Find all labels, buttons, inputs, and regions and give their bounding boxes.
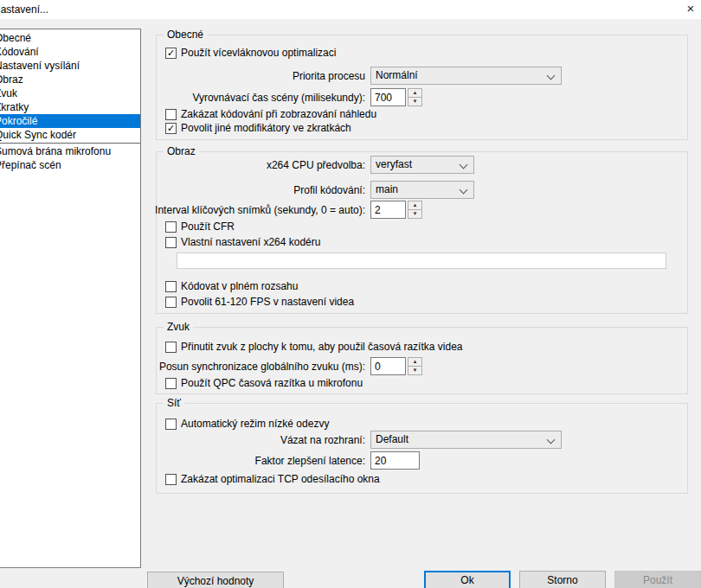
- group-zvuk-title: Zvuk: [164, 321, 193, 333]
- latency-factor-label: Faktor zlepšení latence:: [255, 455, 365, 467]
- spin-up-icon[interactable]: ▲: [408, 89, 421, 98]
- checkbox-disable-tcp-opt-label: Zakázat optimalizaci TCP odesílacího okn…: [181, 473, 380, 485]
- checkbox-force-desktop-timestamps-label: Přinutit zvuk z plochy k tomu, aby použi…: [181, 341, 462, 353]
- checkbox-cfr-label: Použít CFR: [181, 220, 235, 233]
- keyframe-interval-spinner[interactable]: ▲ ▼: [370, 201, 422, 219]
- titlebar: Nastavení...: [0, 0, 701, 19]
- scene-buffer-label: Vyrovnávací čas scény (milisekundy):: [192, 92, 365, 104]
- sidebar-item-prepinac-scen[interactable]: Přepínač scén: [0, 158, 140, 172]
- checkbox-multithread-label: Použít vícevláknovou optimalizaci: [181, 47, 336, 59]
- sidebar-item-obecne[interactable]: Obecné: [0, 31, 140, 45]
- checkbox-multithread-box[interactable]: ✓: [165, 48, 177, 59]
- priority-label: Priorita procesu: [293, 70, 365, 82]
- scene-buffer-input[interactable]: [370, 88, 406, 106]
- sidebar-item-obraz[interactable]: Obraz: [0, 73, 140, 86]
- group-obraz-title: Obraz: [164, 145, 199, 157]
- ok-button[interactable]: Ok: [424, 571, 511, 588]
- checkbox-multithread[interactable]: ✓ Použít vícevláknovou optimalizaci: [165, 47, 336, 59]
- sidebar-item-zvuk[interactable]: Zvuk: [0, 86, 140, 100]
- profile-dropdown[interactable]: main: [370, 181, 474, 199]
- checkbox-full-range-box[interactable]: [165, 281, 177, 292]
- checkbox-qpc-mic-label: Použít QPC časová razítka u mikrofonu: [181, 377, 363, 389]
- global-sync-label: Posun synchronizace globálního zvuku (ms…: [159, 361, 365, 373]
- cancel-button[interactable]: Storno: [519, 571, 606, 588]
- checkbox-qpc-mic-box[interactable]: [165, 378, 177, 389]
- profile-value: main: [376, 183, 398, 195]
- x264-preset-label: x264 CPU předvolba:: [267, 159, 365, 171]
- checkbox-allow-modifiers-label: Povolit jiné modifikátory ve zkratkách: [181, 122, 351, 134]
- apply-button[interactable]: Použít: [614, 571, 701, 588]
- spin-up-icon[interactable]: ▲: [408, 201, 421, 210]
- sidebar-item-sumova-brana[interactable]: Šumová brána mikrofonu: [0, 144, 140, 158]
- window-title: Nastavení...: [0, 3, 48, 16]
- checkbox-cfr[interactable]: Použít CFR: [165, 220, 235, 233]
- latency-factor-input[interactable]: [370, 451, 420, 470]
- checkbox-auto-low-latency[interactable]: Automatický režim nízké odezvy: [165, 418, 329, 430]
- spin-down-icon[interactable]: ▼: [408, 367, 421, 374]
- chevron-down-icon: [547, 72, 556, 80]
- sidebar-item-nastaveni-vysilani[interactable]: Nastavení vysílání: [0, 59, 140, 73]
- checkbox-cfr-box[interactable]: [165, 221, 177, 233]
- bind-interface-value: Default: [376, 433, 408, 445]
- chevron-down-icon: [460, 161, 468, 169]
- sidebar-item-quick-sync[interactable]: Quick Sync kodér: [0, 128, 140, 142]
- sidebar-item-kodovani[interactable]: Kódování: [0, 45, 140, 59]
- keyframe-interval-label: Interval klíčových snímků (sekundy, 0 = …: [155, 204, 365, 216]
- checkbox-allow-modifiers-box[interactable]: ✓: [165, 123, 177, 134]
- global-sync-spinner[interactable]: ▲ ▼: [370, 357, 422, 375]
- scene-buffer-spin-buttons[interactable]: ▲ ▼: [408, 88, 422, 106]
- sidebar-item-zkratky[interactable]: Zkratky: [0, 100, 140, 114]
- spin-down-icon[interactable]: ▼: [408, 98, 421, 105]
- global-sync-spin-buttons[interactable]: ▲ ▼: [408, 357, 422, 375]
- checkbox-auto-low-latency-label: Automatický režim nízké odezvy: [181, 418, 329, 430]
- checkbox-high-fps-label: Povolit 61-120 FPS v nastavení videa: [181, 296, 354, 308]
- priority-dropdown[interactable]: Normální: [370, 67, 562, 85]
- checkbox-disable-preview-encoding[interactable]: Zakázat kódování při zobrazování náhledu: [165, 108, 376, 120]
- chevron-down-icon: [547, 436, 556, 444]
- checkbox-qpc-mic[interactable]: Použít QPC časová razítka u mikrofonu: [165, 377, 363, 389]
- defaults-button[interactable]: Výchozí hodnoty: [147, 572, 284, 588]
- checkbox-high-fps-box[interactable]: [165, 297, 177, 308]
- group-obraz: Obraz x264 CPU předvolba: veryfast Profi…: [156, 151, 688, 314]
- sidebar-item-pokrocile[interactable]: Pokročilé: [0, 114, 140, 128]
- priority-value: Normální: [376, 69, 418, 81]
- checkbox-disable-tcp-opt-box[interactable]: [165, 474, 177, 485]
- group-zvuk: Zvuk Přinutit zvuk z plochy k tomu, aby …: [156, 327, 688, 394]
- custom-x264-input[interactable]: [177, 252, 666, 269]
- group-sit: Síť Automatický režim nízké odezvy Vázat…: [156, 403, 688, 494]
- checkbox-auto-low-latency-box[interactable]: [165, 419, 177, 430]
- scene-buffer-spinner[interactable]: ▲ ▼: [370, 88, 422, 106]
- keyframe-interval-input[interactable]: [370, 201, 406, 219]
- chevron-down-icon: [460, 186, 468, 195]
- spin-down-icon[interactable]: ▼: [408, 210, 421, 218]
- spin-up-icon[interactable]: ▲: [408, 358, 421, 367]
- bind-interface-label: Vázat na rozhraní:: [280, 434, 365, 446]
- checkbox-disable-preview-encoding-label: Zakázat kódování při zobrazování náhledu: [181, 108, 376, 120]
- checkbox-force-desktop-timestamps-box[interactable]: [165, 342, 177, 353]
- group-obecne-title: Obecné: [164, 29, 207, 41]
- checkbox-force-desktop-timestamps[interactable]: Přinutit zvuk z plochy k tomu, aby použi…: [165, 341, 462, 353]
- checkbox-custom-x264[interactable]: Vlastní nastavení x264 kodéru: [165, 236, 320, 248]
- settings-category-list[interactable]: Obecné Kódování Nastavení vysílání Obraz…: [0, 29, 141, 568]
- checkbox-custom-x264-label: Vlastní nastavení x264 kodéru: [181, 236, 320, 248]
- group-obecne: Obecné ✓ Použít vícevláknovou optimaliza…: [156, 35, 688, 140]
- checkbox-allow-modifiers[interactable]: ✓ Povolit jiné modifikátory ve zkratkách: [165, 122, 351, 134]
- x264-preset-dropdown[interactable]: veryfast: [370, 156, 474, 174]
- global-sync-input[interactable]: [370, 357, 406, 375]
- close-icon[interactable]: ×: [680, 0, 701, 18]
- checkbox-disable-tcp-opt[interactable]: Zakázat optimalizaci TCP odesílacího okn…: [165, 473, 380, 485]
- keyframe-interval-spin-buttons[interactable]: ▲ ▼: [408, 201, 422, 219]
- x264-preset-value: veryfast: [376, 158, 412, 170]
- checkbox-custom-x264-box[interactable]: [165, 237, 177, 248]
- checkbox-disable-preview-encoding-box[interactable]: [165, 109, 177, 120]
- profile-label: Profil kódování:: [293, 184, 365, 196]
- checkbox-high-fps[interactable]: Povolit 61-120 FPS v nastavení videa: [165, 296, 354, 308]
- checkbox-full-range[interactable]: Kódovat v plném rozsahu: [165, 280, 298, 292]
- bind-interface-dropdown[interactable]: Default: [370, 431, 562, 449]
- checkbox-full-range-label: Kódovat v plném rozsahu: [181, 280, 298, 292]
- group-sit-title: Síť: [164, 397, 184, 409]
